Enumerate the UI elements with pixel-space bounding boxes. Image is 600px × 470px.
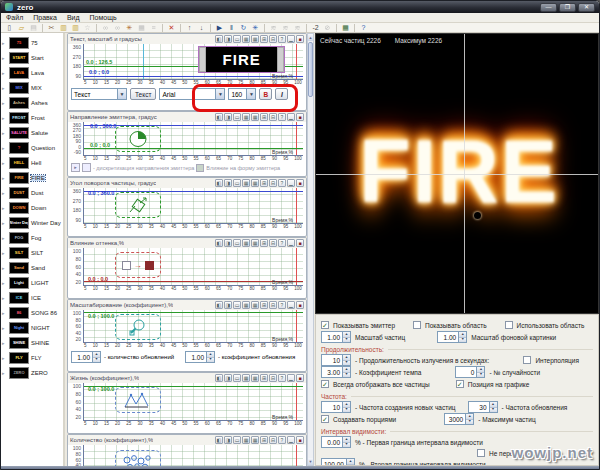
menu-item[interactable]: Правка [33,14,57,21]
preset-item[interactable]: 86 SONG 86 [1,305,63,320]
spin-down-icon[interactable] [343,338,350,343]
preset-item[interactable]: Light LIGHT [1,275,63,290]
toolbar-icon[interactable]: ≋ [292,23,303,32]
spin-down-icon[interactable] [343,408,350,413]
spin-down-icon[interactable] [466,420,473,425]
toolbar-icon[interactable] [354,24,355,32]
toolbar-icon[interactable]: ☆ [82,23,93,32]
scroll-down-icon[interactable]: ▼ [308,458,313,465]
second-bound-spinner[interactable]: 100.00 [321,458,355,466]
no-move-checkbox[interactable] [477,449,485,457]
preset-item[interactable]: Winter Day Winter Day [1,215,63,230]
panel-header-button[interactable]: ? [278,35,286,43]
panel-header-button[interactable]: ▭ [233,374,241,382]
menu-item[interactable]: Файл [6,14,23,21]
font-size-select[interactable]: 160 [228,88,256,100]
panel-header-button[interactable]: ◨ [224,179,232,187]
chevron-down-icon[interactable] [246,89,255,99]
toolbar-icon[interactable]: ✕ [166,23,177,32]
panel-header-button[interactable]: ⊟ [269,301,277,309]
panel-header-button[interactable]: ⊟ [269,113,277,121]
toolbar-icon[interactable] [210,24,211,32]
plot-area[interactable]: 0.0 ; 100.0 Время,% [83,383,303,421]
preset-item[interactable]: ICE ICE [1,290,63,305]
panel-header-button[interactable]: ◨ [224,301,232,309]
duration-spinner[interactable]: 10 [321,354,351,366]
plot-area[interactable]: 0.0 ; 360.0 0.0 ; 0.0 Время,% [83,122,303,156]
panel-header-button[interactable]: ▦ [251,35,259,43]
panel-header-button[interactable]: ⊞ [260,113,268,121]
step-button[interactable]: ▸ [71,163,80,172]
panel-header-button[interactable]: ▦ [251,436,259,444]
panel-header-button[interactable]: ▁ [287,239,295,247]
panel-header-button[interactable]: ▦ [242,436,250,444]
plot-area[interactable]: 0.0 ; 360.0 Время,% [83,188,303,224]
italic-button[interactable]: I [275,88,288,100]
panel-header-button[interactable]: ▦ [242,301,250,309]
chevron-down-icon[interactable] [215,89,224,99]
spin-down-icon[interactable] [343,361,350,366]
font-select[interactable]: Arial [159,88,225,100]
toolbar-icon[interactable]: ✳ [250,23,261,32]
plot-area[interactable]: 0.0 ; 126.5 0.0 ; 0.0 FIRE Время,% [83,44,303,80]
panel-header-button[interactable]: ▭ [233,436,241,444]
panel-header-button[interactable]: ▁ [287,374,295,382]
particle-preview[interactable]: FIRE FIRE FIRE Сейчас частиц 2226 Максим… [315,33,599,314]
panel-header-button[interactable]: ▭ [233,239,241,247]
panel-header-button[interactable]: ◧ [215,239,223,247]
toolbar-icon[interactable] [306,24,307,32]
panel-header-button[interactable]: ⊟ [269,239,277,247]
curve-column-scrollbar[interactable]: ▲ ▼ [307,33,314,466]
panel-header-button[interactable]: ■ [296,35,304,43]
panel-header-button[interactable]: ⊞ [260,374,268,382]
preset-item[interactable]: FLY FLY [1,350,63,365]
panel-header-button[interactable]: ⊟ [269,179,277,187]
toolbar-icon[interactable]: ∞ [100,23,111,32]
toolbar-icon[interactable]: -2 [310,23,321,32]
panel-header-button[interactable]: ◧ [215,113,223,121]
panel-header-button[interactable]: ▁ [287,113,295,121]
menu-item[interactable]: Помощь [90,14,117,21]
panel-header-button[interactable]: ▭ [233,179,241,187]
panel-header-button[interactable]: ▦ [242,113,250,121]
plot-area[interactable]: 0.0 ; 100.0 Время,% [83,310,303,343]
panel-header-button[interactable]: ■ [296,374,304,382]
panel-header-button[interactable]: ▦ [251,113,259,121]
plot-area[interactable]: Время,% [83,445,303,466]
scroll-up-icon[interactable]: ▲ [308,34,313,41]
panel-header-button[interactable]: ◧ [215,301,223,309]
toolbar-icon[interactable]: ▦ [340,23,351,32]
preset-item[interactable]: 75 75 [1,35,63,50]
toolbar-icon[interactable]: ‖ [226,23,237,32]
preset-item[interactable]: FROST Frost [1,110,63,125]
toolbar-icon[interactable]: ↻ [238,23,249,32]
tempo-spinner[interactable]: 3.00 [321,366,351,378]
toolbar-icon[interactable]: ? [358,23,369,32]
panel-header-button[interactable]: ? [278,301,286,309]
toolbar-icon[interactable]: ✳ [124,23,135,32]
graph-position-checkbox[interactable] [456,380,464,388]
interpolation-checkbox[interactable] [523,356,531,364]
toolbar-icon[interactable]: ▱ [16,23,27,32]
preset-item[interactable]: LAVA Lava [1,65,63,80]
toolbar-icon[interactable]: ↑ [184,23,195,32]
close-button[interactable]: ✕ [578,3,595,12]
panel-header-button[interactable]: ■ [296,179,304,187]
panel-header-button[interactable]: ▁ [287,436,295,444]
panel-header-button[interactable]: ◨ [224,35,232,43]
panel-header-button[interactable]: ▦ [242,35,250,43]
panel-header-button[interactable]: ◨ [224,436,232,444]
max-particles-spinner[interactable]: 3000 [444,413,474,425]
first-bound-spinner[interactable]: 0.00 [321,436,351,448]
random-spinner[interactable]: 0 [455,366,485,378]
preset-item[interactable]: HELL Hell [1,155,63,170]
preset-item[interactable]: SILT SILT [1,245,63,260]
emitter-dot[interactable] [474,212,481,219]
toolbar-icon[interactable] [162,24,163,32]
panel-header-button[interactable]: ■ [296,301,304,309]
panel-header-button[interactable]: ▦ [251,301,259,309]
toolbar-icon[interactable] [180,24,181,32]
toolbar-icon[interactable] [264,24,265,32]
text-edit-button[interactable]: Текст [130,88,156,100]
panel-header-button[interactable]: ■ [296,436,304,444]
